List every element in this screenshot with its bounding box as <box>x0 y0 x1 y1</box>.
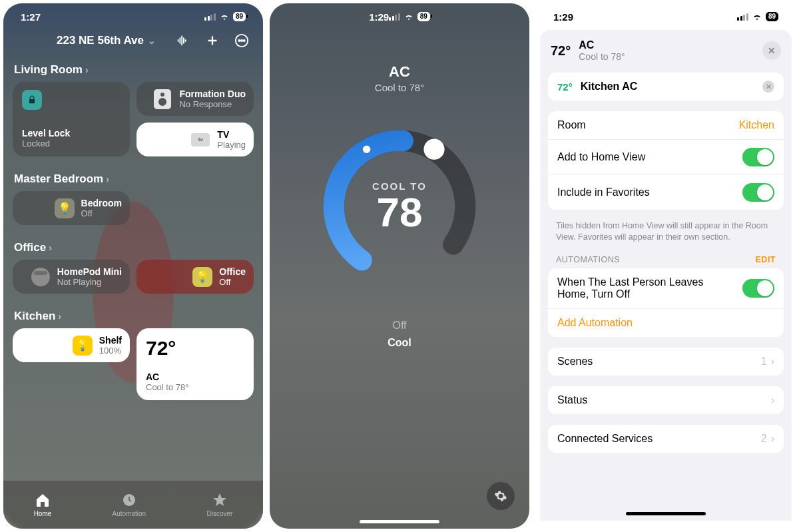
svg-point-1 <box>238 40 240 41</box>
tile-tv[interactable]: tv TVPlaying <box>136 123 254 156</box>
chevron-right-icon: › <box>771 433 774 445</box>
accessory-name: Kitchen AC <box>581 81 638 93</box>
tile-temp: 72° <box>146 337 244 360</box>
ac-settings-screen: 1:29 89 72° AC Cool to 78° ✕ 72° Kitchen… <box>536 3 796 529</box>
wifi-icon <box>219 11 230 22</box>
bulb-icon: 💡 <box>192 267 212 287</box>
toggle-favorites[interactable] <box>742 183 774 202</box>
tab-automation[interactable]: Automation <box>113 492 146 517</box>
tile-office-light[interactable]: 💡 OfficeOff <box>136 260 254 294</box>
section-office[interactable]: Office› <box>14 241 252 254</box>
homepod-icon <box>31 267 51 287</box>
tile-homepod-mini[interactable]: HomePod MiniNot Playing <box>13 260 130 294</box>
battery-indicator: 89 <box>233 12 246 21</box>
section-living-room[interactable]: Living Room› <box>14 63 252 77</box>
sheet-header: 72° AC Cool to 78° ✕ <box>540 39 792 73</box>
clear-icon[interactable]: ✕ <box>762 81 774 93</box>
cellular-icon <box>737 13 748 21</box>
row-home-view: Add to Home View <box>548 139 784 174</box>
status-time: 1:29 <box>553 11 573 23</box>
row-room[interactable]: Room Kitchen <box>548 111 784 139</box>
automations-header: AUTOMATIONS EDIT <box>540 252 792 268</box>
mode-picker[interactable]: Off Cool <box>388 317 411 352</box>
status-bar: 1:29 89 <box>536 3 796 30</box>
cellular-icon <box>204 13 216 21</box>
more-icon[interactable] <box>234 33 250 49</box>
section-master-bedroom[interactable]: Master Bedroom› <box>14 172 252 186</box>
speaker-icon <box>152 89 172 109</box>
temperature-dial[interactable]: COOL TO 78 <box>313 120 486 293</box>
status-time: 1:27 <box>21 11 41 23</box>
header-sub: Cool to 78° <box>579 51 625 62</box>
tile-level-lock[interactable]: Level Lock Locked <box>13 82 130 156</box>
status-bar: 1:27 89 <box>3 3 263 30</box>
dial-value: 78 <box>377 192 423 233</box>
battery-indicator: 89 <box>766 12 778 21</box>
header-temp: 72° <box>551 43 571 59</box>
mode-cool[interactable]: Cool <box>388 334 411 352</box>
bulb-icon: 💡 <box>73 336 93 356</box>
battery-indicator: 89 <box>417 12 430 21</box>
home-indicator <box>360 520 439 523</box>
status-bar: 1:29 89 <box>352 3 447 30</box>
ac-title: AC <box>375 63 424 81</box>
home-address[interactable]: 223 NE 56th Ave ⌄ <box>57 34 156 47</box>
mode-off[interactable]: Off <box>388 317 411 334</box>
appletv-icon: tv <box>190 130 210 150</box>
row-status[interactable]: Status › <box>548 386 784 414</box>
chevron-right-icon: › <box>771 394 774 406</box>
tile-ac[interactable]: 72° AC Cool to 78° <box>136 328 254 400</box>
automations-edit[interactable]: EDIT <box>756 255 776 264</box>
svg-point-3 <box>244 40 245 41</box>
status-time: 1:29 <box>369 11 389 23</box>
add-icon[interactable] <box>204 33 220 49</box>
lock-icon <box>22 90 42 110</box>
toggle-automation[interactable] <box>742 279 774 298</box>
tile-bedroom-light[interactable]: 💡 BedroomOff <box>13 191 130 225</box>
tab-home[interactable]: Home <box>34 492 52 517</box>
tile-title: Level Lock <box>22 128 121 138</box>
header-name: AC <box>579 39 625 51</box>
announce-icon[interactable] <box>175 33 191 49</box>
ac-title-block: AC Cool to 78° <box>375 63 424 93</box>
accessory-name-field[interactable]: 72° Kitchen AC ✕ <box>548 73 784 101</box>
toggle-home-view[interactable] <box>742 148 774 166</box>
section-kitchen[interactable]: Kitchen› <box>14 310 252 323</box>
accessory-temp: 72° <box>557 81 573 93</box>
home-indicator <box>626 512 706 515</box>
wifi-icon <box>403 11 414 22</box>
tab-discover[interactable]: Discover <box>206 492 232 517</box>
close-button[interactable]: ✕ <box>762 41 781 60</box>
tile-formation-duo[interactable]: Formation DuoNo Response <box>136 82 254 116</box>
chevron-right-icon: › <box>771 356 774 368</box>
row-favorites: Include in Favorites <box>548 174 784 210</box>
row-connected-services[interactable]: Connected Services 2 › <box>548 425 784 453</box>
row-add-automation[interactable]: Add Automation <box>548 308 784 337</box>
row-automation-rule: When The Last Person Leaves Home, Turn O… <box>548 268 784 308</box>
tab-bar: Home Automation Discover <box>3 481 263 529</box>
ac-subtitle: Cool to 78° <box>375 82 424 93</box>
svg-point-2 <box>241 40 242 41</box>
home-app-screen: 1:27 89 223 NE 56th Ave ⌄ Living Room› L… <box>3 3 263 529</box>
home-nav-bar: 223 NE 56th Ave ⌄ <box>3 30 263 57</box>
row-scenes[interactable]: Scenes 1 › <box>548 348 784 376</box>
tile-status: Locked <box>22 138 121 148</box>
settings-note: Tiles hidden from Home View will still a… <box>540 220 792 252</box>
ac-control-screen: 1:29 89 AC Cool to 78° <box>270 3 529 529</box>
settings-button[interactable] <box>487 482 515 510</box>
tile-shelf-light[interactable]: 💡 Shelf100% <box>13 328 130 362</box>
bulb-icon: 💡 <box>55 198 75 218</box>
wifi-icon <box>752 11 762 22</box>
cellular-icon <box>389 13 400 21</box>
